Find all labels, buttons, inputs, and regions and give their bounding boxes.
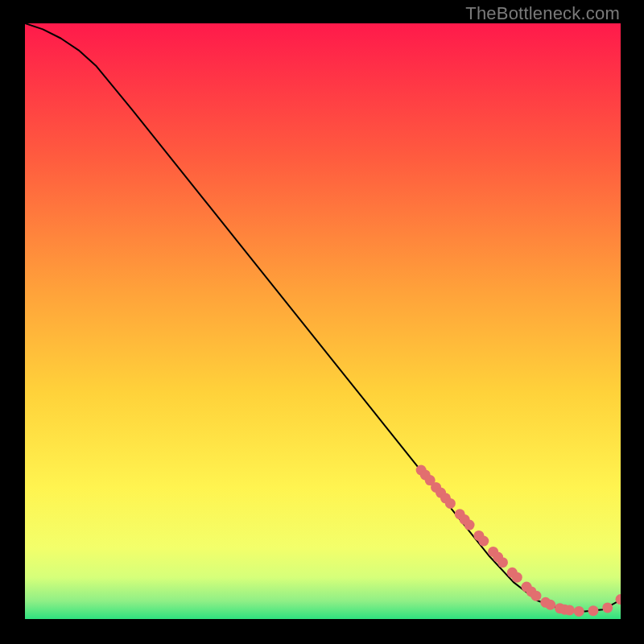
scatter-point: [497, 557, 508, 568]
gradient-background: [25, 23, 621, 619]
plot-area: [25, 23, 621, 619]
scatter-point: [588, 605, 598, 616]
plot-svg: [25, 23, 621, 619]
scatter-point: [530, 591, 541, 601]
scatter-point: [478, 536, 489, 547]
scatter-point: [574, 606, 584, 617]
chart-stage: TheBottleneck.com: [0, 0, 644, 644]
scatter-point: [545, 600, 555, 610]
scatter-point: [464, 520, 475, 530]
scatter-point: [445, 498, 456, 509]
scatter-point: [602, 602, 613, 613]
watermark-text: TheBottleneck.com: [465, 3, 620, 24]
scatter-point: [512, 572, 522, 583]
scatter-point: [564, 605, 575, 615]
